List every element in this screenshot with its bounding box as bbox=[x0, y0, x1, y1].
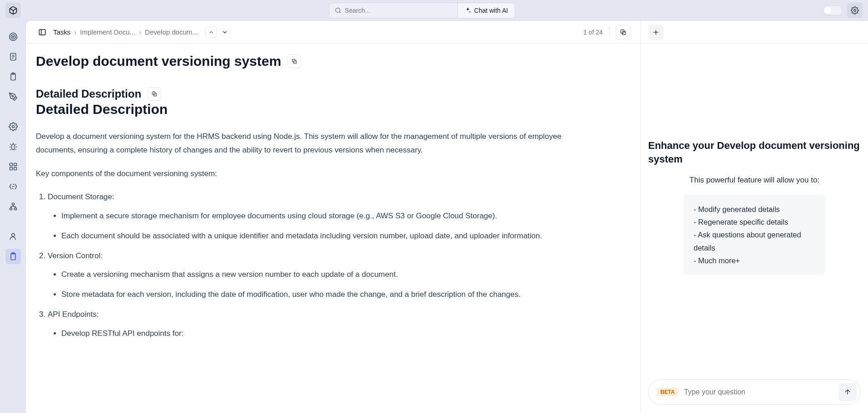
svg-point-6 bbox=[12, 36, 14, 37]
copy-title-button[interactable] bbox=[288, 54, 301, 68]
settings-button[interactable] bbox=[847, 3, 863, 18]
list-item: API Endpoints: Develop RESTful API endpo… bbox=[48, 308, 595, 340]
copy-button[interactable] bbox=[616, 25, 630, 39]
sidebar-item-modules[interactable] bbox=[5, 159, 21, 174]
sidebar-item-target[interactable] bbox=[5, 29, 21, 44]
breadcrumb-leaf[interactable]: Develop docum... bbox=[145, 28, 198, 36]
svg-rect-20 bbox=[12, 203, 14, 205]
svg-rect-16 bbox=[10, 163, 12, 166]
svg-point-23 bbox=[11, 233, 15, 236]
clipboard-icon bbox=[9, 72, 18, 81]
divider bbox=[609, 27, 610, 37]
chat-input[interactable] bbox=[684, 388, 833, 396]
svg-rect-15 bbox=[11, 144, 15, 150]
breadcrumb-root[interactable]: Tasks bbox=[53, 28, 70, 36]
svg-rect-21 bbox=[10, 208, 12, 210]
chevron-up-icon bbox=[208, 29, 214, 35]
svg-rect-19 bbox=[14, 167, 16, 170]
enhance-point: - Ask questions about generated details bbox=[694, 228, 815, 254]
chevron-right-icon: › bbox=[74, 28, 76, 36]
sidebar-item-notes[interactable] bbox=[5, 49, 21, 64]
enhance-point: - Much more+ bbox=[694, 254, 815, 267]
chat-input-bar: BETA bbox=[648, 379, 861, 405]
search-box[interactable] bbox=[329, 3, 458, 18]
copy-icon bbox=[620, 29, 627, 36]
sidebar-item-bug[interactable] bbox=[5, 139, 21, 154]
svg-rect-22 bbox=[14, 208, 16, 210]
content-header: Tasks › Implement Docu... › Develop docu… bbox=[26, 21, 640, 44]
sidebar bbox=[0, 21, 26, 413]
new-thread-button[interactable] bbox=[648, 25, 664, 40]
sidebar-item-clipboard[interactable] bbox=[5, 69, 21, 84]
section-label: Detailed Description bbox=[36, 88, 141, 100]
list-sub-item: Create a versioning mechanism that assig… bbox=[61, 268, 595, 281]
sidebar-item-recycle[interactable] bbox=[5, 179, 21, 194]
svg-point-3 bbox=[854, 10, 856, 12]
theme-toggle[interactable] bbox=[823, 5, 843, 15]
svg-point-5 bbox=[11, 34, 15, 39]
svg-rect-17 bbox=[14, 163, 16, 166]
components-list: Document Storage: Implement a secure sto… bbox=[36, 190, 595, 340]
search-input[interactable] bbox=[345, 7, 452, 14]
list-item-title: Document Storage: bbox=[48, 192, 114, 201]
enhance-title: Enhance your Develop document versioning… bbox=[648, 139, 861, 166]
panel-toggle-button[interactable] bbox=[36, 26, 49, 39]
list-item-title: API Endpoints: bbox=[48, 310, 99, 319]
send-button[interactable] bbox=[838, 383, 857, 401]
list-item: Version Control: Create a versioning mec… bbox=[48, 249, 595, 301]
clipboard-check-icon bbox=[9, 252, 18, 261]
chat-with-ai-button[interactable]: Chat with AI bbox=[458, 3, 515, 18]
lead-in-paragraph: Key components of the document versionin… bbox=[36, 167, 595, 181]
search-chat-bar: Chat with AI bbox=[329, 3, 515, 18]
svg-point-4 bbox=[9, 33, 17, 41]
enhance-features-box: - Modify generated details - Regenerate … bbox=[684, 195, 825, 275]
svg-point-13 bbox=[12, 96, 13, 97]
enhance-subtitle: This powerful feature will allow you to: bbox=[648, 176, 861, 185]
sitemap-icon bbox=[9, 202, 18, 211]
beta-badge: BETA bbox=[657, 388, 679, 397]
svg-rect-26 bbox=[39, 30, 45, 35]
recycle-icon bbox=[9, 182, 18, 191]
list-sub-item: Develop RESTful API endpoints for: bbox=[61, 327, 595, 340]
section-heading: Detailed Description bbox=[36, 102, 595, 117]
list-sub-item: Store metadata for each version, includi… bbox=[61, 288, 595, 301]
next-button[interactable] bbox=[219, 26, 231, 38]
cube-icon bbox=[9, 6, 18, 15]
breadcrumb-mid[interactable]: Implement Docu... bbox=[80, 28, 135, 36]
arrow-up-icon bbox=[843, 388, 852, 396]
list-item: Document Storage: Implement a secure sto… bbox=[48, 190, 595, 242]
list-item-title: Version Control: bbox=[48, 251, 103, 260]
search-icon bbox=[335, 7, 342, 14]
content-scroll[interactable]: Develop document versioning system Detai… bbox=[26, 44, 640, 413]
right-panel: Enhance your Develop document versioning… bbox=[641, 21, 868, 413]
copy-icon bbox=[291, 58, 298, 64]
breadcrumb: Tasks › Implement Docu... › Develop docu… bbox=[53, 28, 198, 36]
sparkle-icon bbox=[464, 7, 471, 14]
pager-text: 1 of 24 bbox=[583, 29, 603, 36]
pen-tool-icon bbox=[9, 92, 18, 101]
list-sub-item: Implement a secure storage mechanism for… bbox=[61, 209, 595, 223]
panel-left-icon bbox=[38, 28, 46, 36]
page-title: Develop document versioning system bbox=[36, 54, 281, 69]
plus-icon bbox=[652, 28, 660, 36]
sidebar-item-settings[interactable] bbox=[5, 119, 21, 134]
sidebar-item-profile[interactable] bbox=[5, 229, 21, 244]
sidebar-item-design[interactable] bbox=[5, 89, 21, 104]
prev-button[interactable] bbox=[205, 26, 217, 38]
copy-section-button[interactable] bbox=[148, 87, 161, 101]
bug-icon bbox=[9, 142, 18, 151]
gear-icon bbox=[9, 122, 18, 131]
app-logo[interactable] bbox=[5, 3, 21, 18]
enhance-point: - Modify generated details bbox=[694, 203, 815, 216]
enhance-point: - Regenerate specific details bbox=[694, 216, 815, 228]
intro-paragraph: Develop a document versioning system for… bbox=[36, 130, 595, 157]
svg-rect-18 bbox=[10, 167, 12, 170]
chevron-down-icon bbox=[222, 29, 228, 35]
file-text-icon bbox=[9, 52, 18, 61]
svg-line-2 bbox=[339, 12, 341, 13]
topbar: Chat with AI bbox=[0, 0, 868, 21]
gear-icon bbox=[851, 6, 859, 15]
chat-label: Chat with AI bbox=[474, 7, 508, 14]
sidebar-item-org[interactable] bbox=[5, 199, 21, 214]
sidebar-item-tasks[interactable] bbox=[5, 249, 21, 264]
